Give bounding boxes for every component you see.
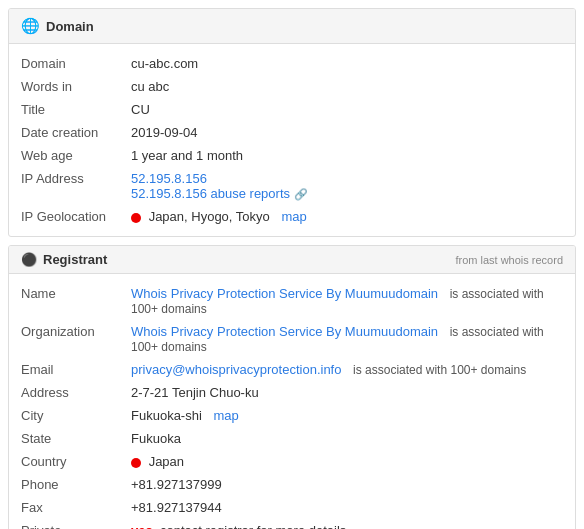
date-creation-label: Date creation bbox=[21, 125, 131, 140]
reg-phone-row: Phone +81.927137999 bbox=[21, 473, 563, 496]
reg-country-label: Country bbox=[21, 454, 131, 469]
title-value: CU bbox=[131, 102, 563, 117]
reg-city-text: Fukuoka-shi bbox=[131, 408, 202, 423]
private-rest: , contact registrar for more details bbox=[153, 523, 347, 529]
ip-link-2[interactable]: 52.195.8.156 abuse reports 🔗 bbox=[131, 186, 308, 201]
words-in-row: Words in cu abc bbox=[21, 75, 563, 98]
geo-map-link[interactable]: map bbox=[281, 209, 306, 224]
reg-address-value: 2-7-21 Tenjin Chuo-ku bbox=[131, 385, 563, 400]
from-last-record: from last whois record bbox=[455, 254, 563, 266]
reg-name-link[interactable]: Whois Privacy Protection Service By Muum… bbox=[131, 286, 438, 301]
registrant-section-title: Registrant bbox=[43, 252, 107, 267]
registrant-title: ⚫ Registrant bbox=[21, 252, 107, 267]
ip-address-value: 52.195.8.156 52.195.8.156 abuse reports … bbox=[131, 171, 563, 201]
reg-name-label: Name bbox=[21, 286, 131, 301]
registrant-section-body: Name Whois Privacy Protection Service By… bbox=[9, 274, 575, 529]
reg-state-label: State bbox=[21, 431, 131, 446]
reg-org-label: Organization bbox=[21, 324, 131, 339]
words-in-label: Words in bbox=[21, 79, 131, 94]
reg-private-label: Private bbox=[21, 523, 131, 529]
reg-private-value: yes, contact registrar for more details bbox=[131, 523, 563, 529]
reg-email-label: Email bbox=[21, 362, 131, 377]
web-age-label: Web age bbox=[21, 148, 131, 163]
domain-section-title: Domain bbox=[46, 19, 94, 34]
country-red-dot bbox=[131, 458, 141, 468]
geo-text: Japan, Hyogo, Tokyo bbox=[149, 209, 270, 224]
web-age-row: Web age 1 year and 1 month bbox=[21, 144, 563, 167]
ip-geolocation-row: IP Geolocation Japan, Hyogo, Tokyo map bbox=[21, 205, 563, 228]
reg-fax-label: Fax bbox=[21, 500, 131, 515]
domain-section-header: 🌐 Domain bbox=[9, 9, 575, 44]
external-icon: 🔗 bbox=[294, 188, 308, 200]
domain-label: Domain bbox=[21, 56, 131, 71]
reg-org-value: Whois Privacy Protection Service By Muum… bbox=[131, 324, 563, 354]
reg-address-label: Address bbox=[21, 385, 131, 400]
reg-city-row: City Fukuoka-shi map bbox=[21, 404, 563, 427]
domain-value: cu-abc.com bbox=[131, 56, 563, 71]
words-in-value: cu abc bbox=[131, 79, 563, 94]
registrant-section: ⚫ Registrant from last whois record Name… bbox=[8, 245, 576, 529]
domain-section: 🌐 Domain Domain cu-abc.com Words in cu a… bbox=[8, 8, 576, 237]
ip-address-row: IP Address 52.195.8.156 52.195.8.156 abu… bbox=[21, 167, 563, 205]
globe-icon: 🌐 bbox=[21, 17, 40, 35]
reg-phone-value: +81.927137999 bbox=[131, 477, 563, 492]
ip-address-label: IP Address bbox=[21, 171, 131, 186]
reg-fax-value: +81.927137944 bbox=[131, 500, 563, 515]
web-age-value: 1 year and 1 month bbox=[131, 148, 563, 163]
reg-email-associated: is associated with 100+ domains bbox=[353, 363, 526, 377]
reg-email-link[interactable]: privacy@whoisprivacyprotection.info bbox=[131, 362, 341, 377]
private-yes: yes bbox=[131, 523, 153, 529]
reg-address-row: Address 2-7-21 Tenjin Chuo-ku bbox=[21, 381, 563, 404]
reg-country-value: Japan bbox=[131, 454, 563, 469]
ip-geolocation-label: IP Geolocation bbox=[21, 209, 131, 224]
reg-country-row: Country Japan bbox=[21, 450, 563, 473]
reg-phone-label: Phone bbox=[21, 477, 131, 492]
title-row: Title CU bbox=[21, 98, 563, 121]
ip-geolocation-value: Japan, Hyogo, Tokyo map bbox=[131, 209, 563, 224]
person-icon: ⚫ bbox=[21, 252, 37, 267]
reg-email-row: Email privacy@whoisprivacyprotection.inf… bbox=[21, 358, 563, 381]
reg-fax-row: Fax +81.927137944 bbox=[21, 496, 563, 519]
reg-state-row: State Fukuoka bbox=[21, 427, 563, 450]
ip-link-1[interactable]: 52.195.8.156 bbox=[131, 171, 207, 186]
reg-state-value: Fukuoka bbox=[131, 431, 563, 446]
domain-row: Domain cu-abc.com bbox=[21, 52, 563, 75]
reg-city-label: City bbox=[21, 408, 131, 423]
reg-private-row: Private yes, contact registrar for more … bbox=[21, 519, 563, 529]
reg-name-row: Name Whois Privacy Protection Service By… bbox=[21, 282, 563, 320]
city-map-link[interactable]: map bbox=[213, 408, 238, 423]
title-label: Title bbox=[21, 102, 131, 117]
reg-org-row: Organization Whois Privacy Protection Se… bbox=[21, 320, 563, 358]
registrant-section-header: ⚫ Registrant from last whois record bbox=[9, 246, 575, 274]
geo-red-dot bbox=[131, 213, 141, 223]
domain-section-body: Domain cu-abc.com Words in cu abc Title … bbox=[9, 44, 575, 236]
country-text: Japan bbox=[149, 454, 184, 469]
date-creation-value: 2019-09-04 bbox=[131, 125, 563, 140]
date-creation-row: Date creation 2019-09-04 bbox=[21, 121, 563, 144]
reg-email-value: privacy@whoisprivacyprotection.info is a… bbox=[131, 362, 563, 377]
reg-city-value: Fukuoka-shi map bbox=[131, 408, 563, 423]
reg-org-link[interactable]: Whois Privacy Protection Service By Muum… bbox=[131, 324, 438, 339]
reg-name-value: Whois Privacy Protection Service By Muum… bbox=[131, 286, 563, 316]
